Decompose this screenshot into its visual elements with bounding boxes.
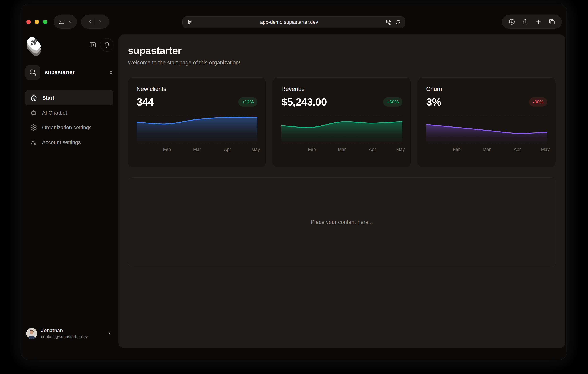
stat-card-churn: Churn 3% -30% FebMarAprMay (418, 77, 556, 167)
x-axis-label: Mar (483, 147, 491, 152)
browser-toolbar: app-demo.supastarter.dev (21, 4, 567, 34)
reader-mode-icon[interactable] (187, 20, 192, 25)
stat-card-revenue: Revenue $5,243.00 +60% FebMarAprMay (273, 77, 411, 167)
delta-badge: +12% (238, 97, 257, 107)
stat-card-title: Revenue (281, 86, 402, 92)
x-axis-label: Apr (369, 147, 376, 152)
app-root: supastarter Start AI Chatbot Organizatio… (21, 34, 567, 360)
stat-card-value: 344 (136, 96, 154, 108)
address-bar[interactable]: app-demo.supastarter.dev (182, 16, 405, 28)
organization-switcher[interactable]: supastarter (25, 65, 114, 80)
organization-avatar (25, 65, 40, 80)
user-name: Jonathan (41, 328, 88, 333)
sidebar-item-ai-chatbot[interactable]: AI Chatbot (25, 105, 114, 120)
history-nav-group (81, 15, 109, 29)
x-axis-label: May (396, 147, 405, 152)
close-window-button[interactable] (26, 20, 31, 24)
placeholder-text: Place your content here... (311, 219, 373, 225)
translate-icon[interactable] (386, 19, 392, 25)
back-button[interactable] (86, 17, 95, 27)
notifications-button[interactable] (100, 38, 114, 52)
bot-icon (30, 109, 37, 116)
x-axis-label: Feb (308, 147, 316, 152)
stat-card-new-clients: New clients 344 +12% FebMarAprMay (128, 77, 266, 167)
sidebar-panel-icon (58, 19, 65, 25)
area-chart-churn (426, 115, 547, 144)
rocket-icon (30, 38, 38, 46)
toolbar-actions-group (502, 15, 562, 29)
user-avatar (26, 328, 37, 339)
bell-icon (104, 42, 110, 48)
collapse-sidebar-button[interactable] (89, 41, 96, 48)
organization-name: supastarter (45, 69, 75, 76)
share-icon[interactable] (522, 19, 528, 25)
user-email: contact@supastarter.dev (41, 334, 88, 339)
content-placeholder-card: Place your content here... (128, 177, 556, 267)
forward-icon (97, 19, 102, 24)
delta-badge: +60% (383, 97, 402, 107)
x-axis-labels: FebMarAprMay (426, 147, 547, 153)
delta-badge: -30% (529, 97, 547, 107)
page-title: supastarter (128, 45, 556, 56)
x-axis-label: Apr (224, 147, 231, 152)
chevron-down-icon (68, 20, 72, 24)
stat-cards-row: New clients 344 +12% FebMarAprMay Revenu… (128, 77, 556, 167)
sidebar: supastarter Start AI Chatbot Organizatio… (21, 34, 118, 360)
sidebar-item-start[interactable]: Start (25, 90, 114, 105)
stat-card-value: $5,243.00 (281, 96, 327, 108)
tab-overview-icon[interactable] (549, 19, 555, 25)
sidebar-item-label: AI Chatbot (42, 110, 67, 116)
area-chart-new-clients (136, 115, 257, 144)
stat-card-title: Churn (426, 86, 547, 92)
page-subtitle: Welcome to the start page of this organi… (128, 60, 556, 66)
x-axis-labels: FebMarAprMay (281, 147, 402, 153)
x-axis-label: Apr (514, 147, 521, 152)
reload-icon[interactable] (395, 20, 400, 25)
zoom-window-button[interactable] (43, 20, 47, 24)
sidebar-item-account-settings[interactable]: Account settings (25, 135, 114, 150)
x-axis-label: Feb (453, 147, 461, 152)
window-controls (26, 20, 47, 24)
home-icon (30, 94, 37, 101)
new-tab-icon[interactable] (535, 19, 542, 25)
gear-icon (30, 124, 37, 131)
main-panel: supastarter Welcome to the start page of… (118, 34, 565, 348)
forward-button[interactable] (95, 17, 104, 27)
stat-card-title: New clients (136, 86, 257, 92)
minimize-window-button[interactable] (35, 20, 39, 24)
users-icon (29, 69, 37, 76)
sidebar-toggle-button[interactable] (54, 15, 77, 29)
sidebar-item-label: Organization settings (42, 125, 92, 131)
sidebar-item-label: Start (42, 95, 54, 101)
x-axis-labels: FebMarAprMay (136, 147, 257, 153)
stat-card-value: 3% (426, 96, 441, 108)
panel-left-close-icon (89, 41, 96, 48)
user-menu[interactable]: Jonathan contact@supastarter.dev (25, 328, 114, 339)
supastarter-logo[interactable] (25, 36, 43, 56)
sidebar-item-label: Account settings (42, 139, 81, 145)
x-axis-label: Mar (338, 147, 346, 152)
downloads-icon[interactable] (508, 19, 515, 25)
user-settings-icon (30, 139, 37, 146)
area-chart-revenue (281, 115, 402, 144)
x-axis-label: May (541, 147, 550, 152)
x-axis-label: Mar (193, 147, 201, 152)
sidebar-nav: Start AI Chatbot Organization settings A… (25, 90, 114, 150)
x-axis-label: Feb (163, 147, 171, 152)
x-axis-label: May (251, 147, 260, 152)
sidebar-item-organization-settings[interactable]: Organization settings (25, 120, 114, 135)
vertical-dots-icon[interactable] (107, 331, 112, 336)
url-text: app-demo.supastarter.dev (192, 19, 386, 25)
unfold-chevrons-icon (108, 70, 114, 75)
back-icon (88, 19, 93, 24)
browser-window: app-demo.supastarter.dev (21, 4, 567, 360)
